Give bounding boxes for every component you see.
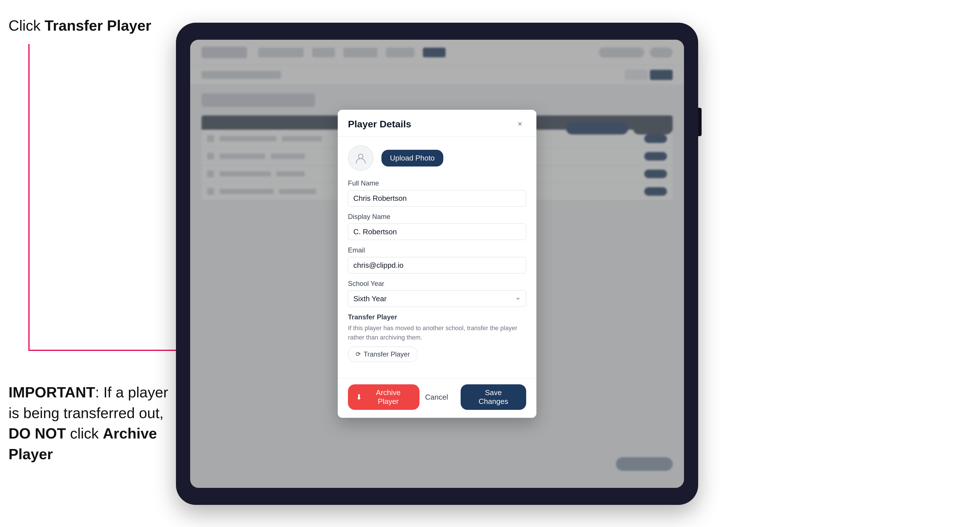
upload-photo-button[interactable]: Upload Photo: [382, 150, 443, 167]
modal-header: Player Details ×: [338, 110, 536, 137]
avatar-placeholder: [348, 145, 374, 171]
archive-player-button[interactable]: ⬇ Archive Player: [348, 384, 420, 410]
display-name-group: Display Name: [348, 213, 526, 240]
transfer-player-section: Transfer Player If this player has moved…: [348, 313, 526, 362]
archive-btn-label: Archive Player: [365, 388, 412, 406]
transfer-icon: ⟳: [356, 351, 361, 358]
do-not-label: DO NOT: [8, 425, 66, 441]
school-year-label: School Year: [348, 280, 526, 287]
person-icon: [355, 152, 367, 164]
instruction-bold: Transfer Player: [45, 17, 151, 34]
transfer-section-desc: If this player has moved to another scho…: [348, 323, 526, 342]
school-year-select[interactable]: First Year Second Year Third Year Fourth…: [348, 290, 526, 307]
modal-title: Player Details: [348, 119, 411, 130]
cancel-button[interactable]: Cancel: [420, 389, 454, 406]
tablet-screen: Player Details ×: [190, 40, 684, 488]
email-label: Email: [348, 246, 526, 254]
transfer-btn-label: Transfer Player: [364, 350, 410, 358]
instruction-bottom: IMPORTANT: If a player is being transfer…: [8, 382, 173, 465]
important-label: IMPORTANT: [8, 384, 95, 400]
upload-section: Upload Photo: [348, 145, 526, 171]
player-details-modal[interactable]: Player Details ×: [338, 110, 536, 418]
school-year-group: School Year First Year Second Year Third…: [348, 280, 526, 307]
archive-icon: ⬇: [356, 393, 362, 402]
modal-overlay: Player Details ×: [190, 40, 684, 488]
full-name-group: Full Name: [348, 179, 526, 206]
modal-body: Upload Photo Full Name Display Name: [338, 137, 536, 378]
svg-point-0: [358, 154, 363, 159]
modal-footer: ⬇ Archive Player Cancel Save Changes: [338, 378, 536, 418]
email-group: Email: [348, 246, 526, 273]
instruction-top: Click Transfer Player: [8, 17, 151, 34]
transfer-section-title: Transfer Player: [348, 313, 526, 321]
display-name-label: Display Name: [348, 213, 526, 221]
do-not-suffix: click: [66, 425, 103, 441]
tablet-device: Player Details ×: [176, 23, 698, 505]
instruction-prefix: Click: [8, 17, 45, 34]
save-changes-button[interactable]: Save Changes: [461, 384, 526, 410]
full-name-label: Full Name: [348, 179, 526, 187]
full-name-input[interactable]: [348, 190, 526, 206]
email-input[interactable]: [348, 257, 526, 273]
footer-right-buttons: Cancel Save Changes: [420, 384, 526, 410]
modal-close-button[interactable]: ×: [514, 118, 526, 130]
transfer-player-button[interactable]: ⟳ Transfer Player: [348, 347, 417, 362]
red-vertical-line: [29, 44, 30, 350]
display-name-input[interactable]: [348, 224, 526, 240]
tablet-power-button: [698, 108, 702, 136]
